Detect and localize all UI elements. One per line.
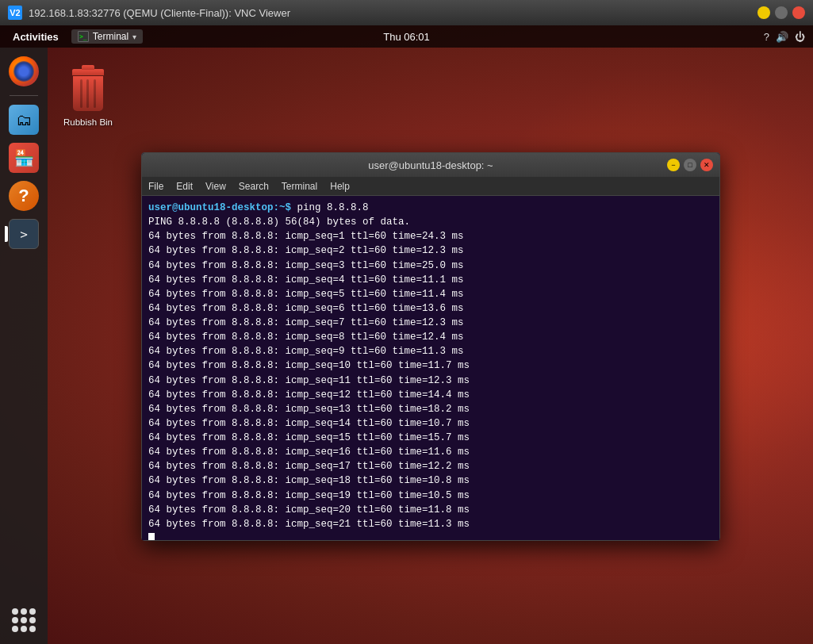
vnc-close-button[interactable]: ✕ [792,6,805,19]
terminal-close-button[interactable]: ✕ [700,159,713,171]
terminal-output-line: 64 bytes from 8.8.8.8: icmp_seq=15 ttl=6… [148,431,713,445]
firefox-icon [9,56,39,86]
terminal-menu-view[interactable]: View [205,181,226,192]
activities-button[interactable]: Activities [8,29,63,44]
terminal-maximize-button[interactable]: □ [684,159,696,171]
terminal-output-line: 64 bytes from 8.8.8.8: icmp_seq=6 ttl=60… [148,301,713,316]
terminal-content[interactable]: user@ubuntu18-desktop:~$ ping 8.8.8.8 PI… [142,196,719,540]
terminal-output-line: 64 bytes from 8.8.8.8: icmp_seq=10 ttl=6… [148,358,713,373]
vnc-icon: V2 [8,6,22,20]
terminal-menu-help[interactable]: Help [330,181,350,192]
terminal-taskbar-icon: >_ [78,31,89,42]
dock-item-files[interactable] [6,102,41,137]
top-panel: Activities >_ Terminal ▾ Thu 06:01 ? 🔊 ⏻ [0,25,813,48]
terminal-output-line: 64 bytes from 8.8.8.8: icmp_seq=4 ttl=60… [148,273,713,287]
terminal-prompt-line: user@ubuntu18-desktop:~$ ping 8.8.8.8 [148,201,713,215]
terminal-output-line: 64 bytes from 8.8.8.8: icmp_seq=7 ttl=60… [148,316,713,330]
terminal-output-line: 64 bytes from 8.8.8.8: icmp_seq=14 ttl=6… [148,416,713,431]
terminal-output-line: 64 bytes from 8.8.8.8: icmp_seq=12 ttl=6… [148,388,713,402]
apps-grid-icon [9,605,39,635]
terminal-cursor-line [148,531,713,540]
terminal-output-line: 64 bytes from 8.8.8.8: icmp_seq=18 ttl=6… [148,473,713,488]
files-icon [9,105,39,135]
terminal-output-line: 64 bytes from 8.8.8.8: icmp_seq=17 ttl=6… [148,459,713,473]
terminal-output-line: 64 bytes from 8.8.8.8: icmp_seq=20 ttl=6… [148,503,713,517]
terminal-cursor [148,533,155,540]
vnc-maximize-button[interactable]: □ [775,6,788,19]
ubuntu-desktop: Activities >_ Terminal ▾ Thu 06:01 ? 🔊 ⏻… [0,25,813,644]
volume-icon[interactable]: 🔊 [776,31,788,43]
rubbish-bin-label: Rubbish Bin [63,117,113,127]
terminal-output-line: 64 bytes from 8.8.8.8: icmp_seq=3 ttl=60… [148,259,713,273]
vnc-titlebar: V2 192.168.1.83:32776 (QEMU (Cliente-Fin… [0,0,813,25]
terminal-output-line: 64 bytes from 8.8.8.8: icmp_seq=5 ttl=60… [148,287,713,301]
terminal-output-line: 64 bytes from 8.8.8.8: icmp_seq=2 ttl=60… [148,243,713,258]
vnc-window-controls: − □ ✕ [757,6,805,19]
terminal-minimize-button[interactable]: − [667,159,680,171]
terminal-output: PING 8.8.8.8 (8.8.8.8) 56(84) bytes of d… [148,215,713,531]
dock-item-apps-grid[interactable] [6,603,41,638]
dock-item-firefox[interactable] [6,54,41,89]
terminal-titlebar: user@ubuntu18-desktop: ~ − □ ✕ [142,153,719,177]
terminal-menu-file[interactable]: File [148,181,163,192]
terminal-window-controls: − □ ✕ [667,159,713,171]
dock-separator [10,95,38,96]
terminal-window: user@ubuntu18-desktop: ~ − □ ✕ File Edit… [141,152,720,541]
help-icon: ? [9,181,39,211]
bin-lid [72,69,104,75]
rubbish-bin[interactable]: Rubbish Bin [63,69,113,127]
terminal-output-line: PING 8.8.8.8 (8.8.8.8) 56(84) bytes of d… [148,215,713,229]
terminal-menubar: File Edit View Search Terminal Help [142,177,719,196]
terminal-output-line: 64 bytes from 8.8.8.8: icmp_seq=13 ttl=6… [148,402,713,416]
dock-item-terminal[interactable] [6,217,41,251]
terminal-command: ping 8.8.8.8 [291,202,369,213]
terminal-taskbar-arrow: ▾ [132,33,136,41]
terminal-output-line: 64 bytes from 8.8.8.8: icmp_seq=11 ttl=6… [148,374,713,388]
terminal-menu-edit[interactable]: Edit [176,181,193,192]
dock-item-appcenter[interactable]: 🏪 [6,140,41,175]
power-icon[interactable]: ⏻ [795,31,805,43]
terminal-output-line: 64 bytes from 8.8.8.8: icmp_seq=9 ttl=60… [148,344,713,358]
terminal-output-line: 64 bytes from 8.8.8.8: icmp_seq=16 ttl=6… [148,445,713,459]
terminal-dock-icon [9,219,39,249]
appcenter-icon: 🏪 [9,143,39,173]
terminal-taskbar-label: Terminal [93,31,128,42]
terminal-title: user@ubuntu18-desktop: ~ [368,159,493,171]
vnc-window-title: 192.168.1.83:32776 (QEMU (Cliente-Final)… [29,7,757,19]
terminal-taskbar-item[interactable]: >_ Terminal ▾ [71,29,143,44]
panel-right: ? 🔊 ⏻ [764,31,805,43]
terminal-output-line: 64 bytes from 8.8.8.8: icmp_seq=19 ttl=6… [148,489,713,503]
terminal-menu-search[interactable]: Search [239,181,269,192]
help-panel-icon[interactable]: ? [764,31,769,43]
terminal-output-line: 64 bytes from 8.8.8.8: icmp_seq=21 ttl=6… [148,517,713,531]
terminal-menu-terminal[interactable]: Terminal [282,181,317,192]
vnc-minimize-button[interactable]: − [757,6,770,19]
bin-icon [67,69,109,115]
terminal-prompt: user@ubuntu18-desktop:~$ [148,202,291,213]
dock: 🏪 ? [0,48,48,644]
bin-body [73,76,103,111]
terminal-output-line: 64 bytes from 8.8.8.8: icmp_seq=8 ttl=60… [148,330,713,344]
clock: Thu 06:01 [383,31,430,43]
terminal-output-line: 64 bytes from 8.8.8.8: icmp_seq=1 ttl=60… [148,229,713,243]
dock-item-help[interactable]: ? [6,178,41,213]
